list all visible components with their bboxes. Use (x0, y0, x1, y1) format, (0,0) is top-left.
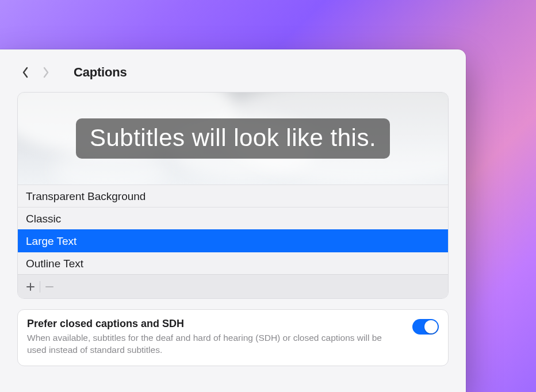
prefer-sdh-title: Prefer closed captions and SDH (27, 318, 404, 330)
toolbar: Captions (17, 60, 449, 85)
prefer-sdh-toggle[interactable] (412, 319, 439, 335)
minus-icon (45, 282, 54, 291)
add-style-button[interactable] (21, 279, 40, 295)
plus-icon (26, 282, 35, 291)
prefer-sdh-description: When available, subtitles for the deaf a… (27, 332, 384, 356)
style-row-transparent-background[interactable]: Transparent Background (18, 185, 448, 207)
prefer-sdh-text: Prefer closed captions and SDH When avai… (27, 318, 404, 356)
caption-preview: Subtitles will look like this. (18, 93, 448, 185)
style-row-large-text[interactable]: Large Text (18, 229, 448, 252)
chevron-left-icon (21, 67, 29, 78)
page-title: Captions (74, 65, 127, 80)
back-button[interactable] (17, 64, 33, 80)
styles-footer (18, 274, 448, 298)
prefer-sdh-row: Prefer closed captions and SDH When avai… (17, 309, 449, 366)
toggle-knob (424, 320, 438, 333)
chevron-right-icon (42, 67, 50, 78)
forward-button[interactable] (38, 64, 54, 80)
caption-styles-card: Subtitles will look like this. Transpare… (17, 92, 449, 299)
subtitle-sample-text: Subtitles will look like this. (76, 118, 390, 159)
settings-window: Captions Subtitles will look like this. … (0, 49, 466, 392)
remove-style-button[interactable] (40, 279, 59, 295)
style-row-outline-text[interactable]: Outline Text (18, 252, 448, 274)
style-row-classic[interactable]: Classic (18, 207, 448, 229)
